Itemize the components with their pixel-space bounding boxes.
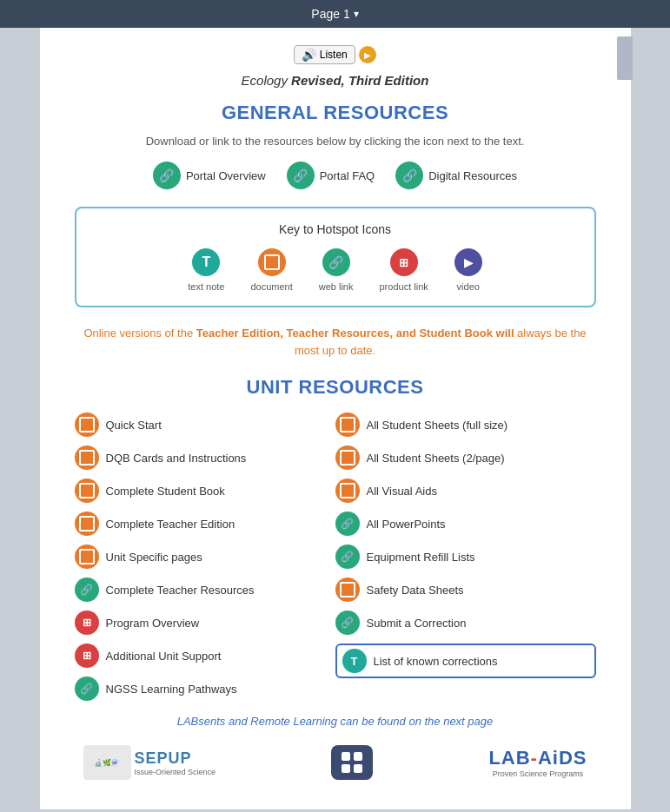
known-corrections-label: List of known corrections	[374, 655, 498, 668]
unit-specific-pages-label: Unit Specific pages	[106, 551, 202, 564]
quick-start-item[interactable]: Quick Start	[75, 413, 335, 437]
all-visual-aids-label: All Visual Aids	[367, 485, 437, 498]
all-student-sheets-2page-item[interactable]: All Student Sheets (2/page)	[335, 446, 596, 470]
book-title-italic: Ecology	[242, 73, 288, 88]
text-note-icon: T	[192, 248, 220, 276]
notice-pre: Online versions of the	[83, 327, 196, 340]
known-corrections-icon: T	[342, 649, 367, 673]
portal-overview-icon: 🔗	[153, 162, 181, 189]
listen-button[interactable]: 🔊 Listen	[294, 45, 355, 64]
sepup-name: SEPUP	[135, 749, 216, 768]
all-student-sheets-full-icon	[335, 413, 360, 437]
all-student-sheets-full-item[interactable]: All Student Sheets (full size)	[335, 413, 596, 437]
complete-student-book-icon	[75, 479, 99, 503]
grid-dot-4	[354, 764, 362, 773]
notice-highlight: Teacher Edition, Teacher Resources, and …	[196, 327, 514, 340]
complete-teacher-edition-label: Complete Teacher Edition	[106, 518, 235, 531]
page-label: Page 1	[311, 7, 349, 21]
sepup-logo-group: 🔬🌿⚗️ SEPUP Issue-Oriented Science	[83, 745, 216, 780]
video-icon: ▶	[454, 248, 482, 276]
safety-data-sheets-label: Safety Data Sheets	[367, 584, 464, 597]
all-student-sheets-2page-icon	[335, 446, 360, 470]
resources-right-column: All Student Sheets (full size) All Stude…	[335, 413, 596, 701]
all-powerpoints-icon: 🔗	[335, 512, 360, 536]
dqb-cards-icon	[75, 446, 99, 470]
footer-note: LABsents and Remote Learning can be foun…	[75, 715, 596, 728]
content-area: 🔊 Listen ▶ Ecology Revised, Third Editio…	[40, 28, 631, 809]
resources-left-column: Quick Start DQB Cards and Instructions C…	[75, 413, 335, 701]
complete-teacher-resources-label: Complete Teacher Resources	[106, 584, 255, 597]
labaids-aids: AiDS	[538, 747, 587, 769]
safety-data-sheets-icon	[335, 578, 360, 602]
resources-grid: Quick Start DQB Cards and Instructions C…	[75, 413, 596, 701]
portal-overview-label: Portal Overview	[186, 169, 266, 182]
grid-button[interactable]	[331, 745, 373, 780]
page-dropdown[interactable]: Page 1 ▾	[311, 7, 358, 21]
hotspot-product-link: ⊞ product link	[380, 248, 428, 292]
all-student-sheets-2page-label: All Student Sheets (2/page)	[367, 452, 505, 465]
chevron-down-icon: ▾	[354, 8, 359, 20]
sepup-logo: 🔬🌿⚗️ SEPUP Issue-Oriented Science	[83, 745, 216, 780]
program-overview-icon: ⊞	[75, 611, 99, 635]
all-powerpoints-item[interactable]: 🔗 All PowerPoints	[335, 512, 596, 536]
equipment-refill-lists-item[interactable]: 🔗 Equipment Refill Lists	[335, 545, 596, 569]
ngss-learning-pathways-item[interactable]: 🔗 NGSS Learning Pathways	[75, 677, 335, 701]
all-powerpoints-label: All PowerPoints	[367, 518, 446, 531]
sepup-text-group: SEPUP Issue-Oriented Science	[135, 749, 216, 776]
digital-resources-link[interactable]: 🔗 Digital Resources	[395, 162, 517, 189]
quick-start-icon	[75, 413, 99, 437]
sepup-emblem: 🔬🌿⚗️	[83, 745, 131, 780]
complete-student-book-label: Complete Student Book	[106, 485, 225, 498]
quick-start-label: Quick Start	[106, 419, 162, 432]
book-title-rest: Revised, Third Edition	[288, 73, 429, 88]
all-visual-aids-icon	[335, 479, 360, 503]
text-note-label: text note	[188, 281, 224, 292]
labaids-lab: LAB	[488, 747, 530, 769]
complete-teacher-edition-icon	[75, 512, 99, 536]
additional-unit-support-item[interactable]: ⊞ Additional Unit Support	[75, 644, 335, 668]
portal-faq-label: Portal FAQ	[320, 169, 375, 182]
digital-resources-icon: 🔗	[395, 162, 423, 189]
grid-dot-1	[342, 752, 350, 761]
equipment-refill-lists-label: Equipment Refill Lists	[367, 551, 475, 564]
complete-teacher-resources-item[interactable]: 🔗 Complete Teacher Resources	[75, 578, 335, 602]
hotspot-web-link: 🔗 web link	[319, 248, 354, 292]
program-overview-label: Program Overview	[106, 617, 200, 630]
hotspot-title: Key to Hotspot Icons	[94, 222, 577, 236]
hotspot-video: ▶ video	[454, 248, 482, 292]
safety-data-sheets-item[interactable]: Safety Data Sheets	[335, 578, 596, 602]
web-link-label: web link	[319, 281, 354, 292]
dqb-cards-label: DQB Cards and Instructions	[106, 452, 247, 465]
dqb-cards-item[interactable]: DQB Cards and Instructions	[75, 446, 335, 470]
sepup-tagline: Issue-Oriented Science	[135, 768, 216, 776]
product-link-label: product link	[380, 281, 428, 292]
additional-unit-support-icon: ⊞	[75, 644, 99, 668]
labaids-logo: LAB-AiDS Proven Science Programs	[488, 747, 587, 778]
grid-icon	[342, 752, 362, 773]
web-link-icon: 🔗	[322, 248, 350, 276]
all-visual-aids-item[interactable]: All Visual Aids	[335, 479, 596, 503]
portal-faq-link[interactable]: 🔗 Portal FAQ	[287, 162, 375, 189]
hotspot-document: document	[250, 248, 292, 292]
unit-specific-pages-item[interactable]: Unit Specific pages	[75, 545, 335, 569]
submit-correction-label: Submit a Correction	[367, 617, 467, 630]
complete-student-book-item[interactable]: Complete Student Book	[75, 479, 335, 503]
known-corrections-item[interactable]: T List of known corrections	[335, 644, 596, 678]
grid-dot-3	[342, 764, 350, 773]
submit-correction-icon: 🔗	[335, 611, 360, 635]
general-resources-subtitle: Download or link to the resources below …	[75, 135, 596, 148]
speaker-icon: 🔊	[302, 48, 316, 62]
unit-specific-pages-icon	[75, 545, 99, 569]
top-bar: Page 1 ▾	[0, 0, 670, 28]
listen-label: Listen	[320, 49, 348, 61]
program-overview-item[interactable]: ⊞ Program Overview	[75, 611, 335, 635]
notice-text: Online versions of the Teacher Edition, …	[75, 325, 596, 359]
play-button[interactable]: ▶	[359, 46, 376, 63]
complete-teacher-resources-icon: 🔗	[75, 578, 99, 602]
submit-correction-item[interactable]: 🔗 Submit a Correction	[335, 611, 596, 635]
labaids-tagline: Proven Science Programs	[493, 769, 584, 778]
page-wrapper: Page 1 ▾ 🔊 Listen ▶ Ecology Revised, Thi…	[0, 0, 670, 812]
ngss-learning-pathways-label: NGSS Learning Pathways	[106, 683, 237, 696]
complete-teacher-edition-item[interactable]: Complete Teacher Edition	[75, 512, 335, 536]
portal-overview-link[interactable]: 🔗 Portal Overview	[153, 162, 266, 189]
